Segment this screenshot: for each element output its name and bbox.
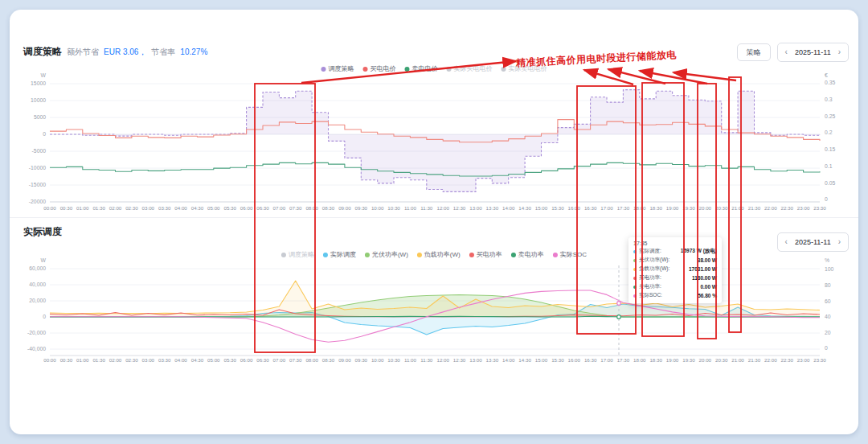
legend-dot-icon bbox=[405, 67, 410, 72]
svg-text:-15000: -15000 bbox=[29, 182, 46, 187]
legend-dot-icon bbox=[511, 253, 516, 257]
svg-text:13:30: 13:30 bbox=[486, 205, 499, 211]
chart-tooltip: 17:35 实际调度:15973 W (放电)光伏功率(W):38.00 W负载… bbox=[628, 237, 722, 303]
bottom-chart-legend: 调度策略实际调度光伏功率(W)负载功率(W)买电功率卖电功率实际SOC bbox=[281, 250, 587, 259]
legend-item[interactable]: 实际调度 bbox=[323, 250, 356, 259]
tooltip-label: 卖电功率: bbox=[639, 283, 661, 290]
svg-text:W: W bbox=[41, 257, 47, 263]
svg-text:0: 0 bbox=[825, 196, 828, 202]
svg-text:80: 80 bbox=[825, 282, 831, 288]
svg-text:03:00: 03:00 bbox=[142, 205, 155, 211]
legend-item[interactable]: 调度策略 bbox=[321, 64, 354, 73]
legend-item[interactable]: 负载功率(W) bbox=[417, 250, 461, 259]
page-background: 调度策略 额外节省 EUR 3.06， 节省率 10.27% 策略 ‹ 2025… bbox=[0, 0, 868, 444]
tooltip-label: 实际调度: bbox=[639, 248, 661, 255]
svg-text:01:30: 01:30 bbox=[92, 205, 105, 211]
svg-text:40: 40 bbox=[825, 314, 831, 319]
svg-text:02:30: 02:30 bbox=[125, 357, 138, 363]
svg-text:03:00: 03:00 bbox=[142, 357, 155, 363]
svg-text:12:00: 12:00 bbox=[436, 357, 449, 363]
legend-label: 买电功率 bbox=[477, 250, 502, 259]
svg-text:60: 60 bbox=[825, 298, 831, 304]
svg-text:03:30: 03:30 bbox=[158, 205, 171, 211]
svg-text:18:00: 18:00 bbox=[633, 205, 646, 211]
svg-text:11:30: 11:30 bbox=[420, 205, 433, 211]
svg-text:60,000: 60,000 bbox=[29, 265, 46, 271]
tooltip-time: 17:35 bbox=[633, 240, 717, 246]
svg-text:0.15: 0.15 bbox=[825, 146, 835, 152]
svg-text:09:30: 09:30 bbox=[355, 205, 368, 211]
legend-label: 调度策略 bbox=[289, 250, 314, 259]
svg-text:00:30: 00:30 bbox=[60, 205, 73, 211]
svg-text:-40,000: -40,000 bbox=[27, 346, 46, 352]
svg-text:10:00: 10:00 bbox=[371, 357, 384, 363]
svg-text:0.25: 0.25 bbox=[825, 113, 835, 119]
tooltip-label: 实际SOC: bbox=[639, 292, 662, 299]
svg-text:15:30: 15:30 bbox=[551, 357, 564, 363]
svg-text:07:00: 07:00 bbox=[273, 357, 286, 363]
legend-item[interactable]: 买电电价 bbox=[363, 64, 396, 73]
svg-text:0.05: 0.05 bbox=[825, 180, 835, 186]
legend-item[interactable]: 实际SOC bbox=[553, 250, 587, 259]
svg-text:17:30: 17:30 bbox=[617, 205, 630, 211]
svg-text:07:30: 07:30 bbox=[289, 357, 302, 363]
svg-text:01:00: 01:00 bbox=[76, 205, 89, 211]
svg-text:-5000: -5000 bbox=[32, 148, 47, 154]
svg-text:22:30: 22:30 bbox=[780, 357, 793, 363]
svg-text:15:30: 15:30 bbox=[551, 205, 564, 211]
legend-label: 调度策略 bbox=[329, 64, 354, 73]
legend-label: 卖电电价 bbox=[412, 64, 438, 73]
legend-item[interactable]: 实际卖电电价 bbox=[502, 64, 547, 73]
legend-item[interactable]: 实际买电电价 bbox=[447, 64, 493, 73]
svg-text:10:00: 10:00 bbox=[371, 205, 384, 211]
tooltip-row: 实际SOC:56.80 % bbox=[633, 292, 717, 299]
svg-text:08:00: 08:00 bbox=[305, 205, 318, 211]
legend-dot-icon bbox=[281, 253, 286, 257]
svg-text:-10000: -10000 bbox=[29, 165, 46, 171]
svg-text:19:30: 19:30 bbox=[682, 357, 695, 363]
tooltip-label: 负载功率(W): bbox=[639, 265, 669, 273]
svg-text:12:30: 12:30 bbox=[453, 205, 466, 211]
svg-text:-20000: -20000 bbox=[29, 199, 46, 204]
svg-text:13:00: 13:00 bbox=[469, 205, 482, 211]
svg-text:18:00: 18:00 bbox=[633, 357, 646, 363]
svg-text:05:30: 05:30 bbox=[223, 357, 236, 363]
legend-dot-icon bbox=[321, 67, 326, 72]
svg-text:20:00: 20:00 bbox=[699, 357, 712, 363]
legend-item[interactable]: 卖电功率 bbox=[511, 250, 544, 259]
svg-text:06:30: 06:30 bbox=[256, 205, 269, 211]
svg-text:0.35: 0.35 bbox=[825, 80, 835, 85]
tooltip-row: 光伏功率(W):38.00 W bbox=[633, 257, 717, 264]
svg-text:11:30: 11:30 bbox=[420, 357, 433, 363]
svg-text:40,000: 40,000 bbox=[29, 282, 46, 287]
legend-label: 实际SOC bbox=[560, 250, 587, 259]
svg-text:09:00: 09:00 bbox=[338, 205, 351, 211]
svg-text:07:00: 07:00 bbox=[273, 205, 286, 211]
tooltip-label: 买电功率: bbox=[639, 274, 661, 282]
legend-item[interactable]: 光伏功率(W) bbox=[365, 250, 408, 259]
legend-item[interactable]: 卖电电价 bbox=[405, 64, 438, 73]
legend-label: 买电电价 bbox=[371, 64, 396, 73]
svg-text:05:00: 05:00 bbox=[207, 357, 220, 363]
svg-text:14:30: 14:30 bbox=[518, 357, 531, 363]
svg-text:13:30: 13:30 bbox=[486, 357, 499, 363]
svg-text:0: 0 bbox=[825, 345, 828, 351]
svg-text:5000: 5000 bbox=[34, 114, 46, 120]
svg-text:00:00: 00:00 bbox=[43, 205, 56, 211]
svg-text:02:30: 02:30 bbox=[125, 205, 138, 211]
charts-canvas: 150001000050000-5000-10000-15000-200000.… bbox=[10, 10, 858, 434]
svg-text:0.1: 0.1 bbox=[825, 163, 833, 169]
legend-item[interactable]: 调度策略 bbox=[281, 250, 314, 259]
svg-text:0: 0 bbox=[43, 314, 46, 319]
legend-item[interactable]: 买电功率 bbox=[469, 250, 502, 259]
svg-text:0.2: 0.2 bbox=[825, 130, 833, 135]
svg-text:W: W bbox=[41, 72, 47, 78]
svg-text:17:00: 17:00 bbox=[600, 205, 613, 211]
svg-text:-20,000: -20,000 bbox=[27, 330, 46, 335]
svg-text:16:00: 16:00 bbox=[568, 357, 581, 363]
svg-text:01:30: 01:30 bbox=[92, 357, 105, 363]
legend-label: 光伏功率(W) bbox=[372, 250, 408, 259]
svg-text:10:30: 10:30 bbox=[387, 357, 400, 363]
svg-text:20:00: 20:00 bbox=[699, 205, 712, 211]
svg-text:15000: 15000 bbox=[31, 80, 46, 86]
